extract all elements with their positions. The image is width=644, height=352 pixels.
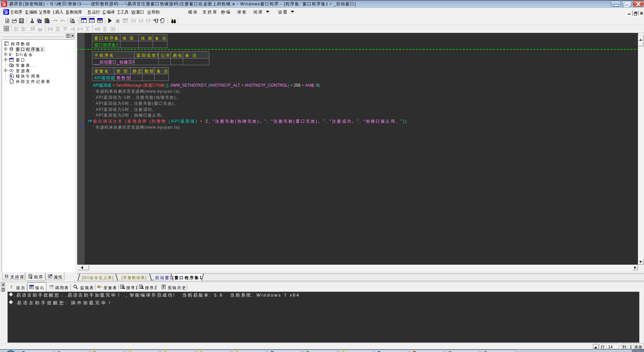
svg-text:e: e (5, 43, 6, 46)
svg-text:?: ? (10, 284, 13, 289)
